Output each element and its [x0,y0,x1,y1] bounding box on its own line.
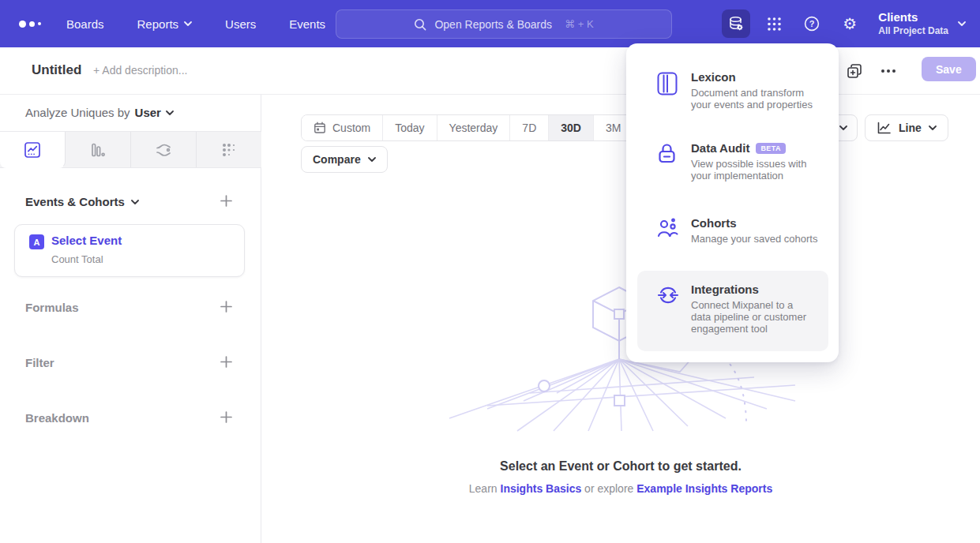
plus-icon [220,410,233,424]
top-nav: Boards Reports Users Events Open Reports… [0,0,980,47]
chevron-down-icon [166,110,174,115]
date-range-control: Custom Today Yesterday 7D 30D 3M 6M [301,114,674,141]
chevron-down-icon [131,200,139,204]
filter-label: Filter [25,356,54,369]
beta-badge: BETA [756,143,785,154]
chevron-down-icon [368,157,376,162]
event-letter-badge: A [29,234,44,249]
add-breakdown-button[interactable] [220,410,233,424]
data-audit-lock-icon [657,143,678,165]
compare-button[interactable]: Compare [301,146,388,173]
line-chart-tab-icon [23,140,42,159]
chevron-down-icon [184,21,192,26]
breakdown-label: Breakdown [25,411,89,425]
database-gear-icon [727,15,745,32]
nav-boards-label: Boards [66,17,104,31]
insights-basics-link[interactable]: Insights Basics [501,482,582,495]
calendar-icon [314,122,326,134]
range-30d[interactable]: 30D [549,115,594,140]
formulas-label: Formulas [25,301,79,314]
duplicate-report-button[interactable] [843,60,865,82]
empty-state-subtitle: Learn Insights Basics or explore Example… [261,482,980,495]
report-description-input[interactable]: + Add description... [93,64,187,77]
nav-events[interactable]: Events [289,17,325,31]
events-cohorts-header[interactable]: Events & Cohorts [25,195,139,208]
apps-grid-button[interactable] [760,9,788,38]
tab-retention[interactable] [197,132,261,167]
nav-reports-label: Reports [137,17,179,31]
cohorts-users-icon [657,218,678,238]
nav-reports[interactable]: Reports [137,17,193,31]
settings-button[interactable]: ⚙ [835,9,864,38]
bar-chart-tab-icon [88,140,107,159]
tab-insights[interactable] [0,132,66,168]
top-nav-right: ? ⚙ Clients All Project Data [722,0,966,47]
lexicon-book-icon [657,72,678,95]
data-management-menu: Lexicon Document and transform your even… [626,43,839,362]
data-management-button[interactable] [722,9,750,38]
primary-nav: Boards Reports Users Events [66,0,325,47]
query-sidebar: Analyze Uniques by User [0,95,261,543]
report-canvas: Custom Today Yesterday 7D 30D 3M 6M Comp… [261,95,980,543]
search-input[interactable]: Open Reports & Boards ⌘ + K [336,9,672,39]
nav-users-label: Users [225,17,256,31]
range-today[interactable]: Today [383,115,437,140]
nav-boards[interactable]: Boards [66,17,104,31]
chart-type-dropdown[interactable]: Line [865,114,948,141]
plus-icon [220,194,233,208]
nav-events-label: Events [289,17,325,31]
menu-item-data-audit[interactable]: Data Audit BETA View possible issues wit… [626,141,839,182]
menu-item-integrations[interactable]: Integrations Connect Mixpanel to a data … [637,271,828,351]
more-options-button[interactable] [877,60,900,82]
add-event-button[interactable] [220,194,233,208]
help-button[interactable]: ? [798,9,826,38]
question-icon: ? [803,15,820,32]
range-yesterday[interactable]: Yesterday [437,115,511,140]
analyze-label: Analyze Uniques by [25,106,130,119]
select-event-card[interactable]: A Select Event Count Total [14,224,245,277]
plus-icon [220,355,233,369]
mixpanel-logo[interactable] [19,0,41,47]
ellipsis-icon [881,69,884,73]
chevron-down-icon [958,21,966,26]
gear-icon: ⚙ [843,16,857,32]
menu-item-cohorts[interactable]: Cohorts Manage your saved cohorts [626,216,839,245]
line-chart-icon [877,122,892,135]
save-button[interactable]: Save [922,57,976,81]
project-switcher[interactable]: Clients All Project Data [878,10,966,37]
empty-state-title: Select an Event or Cohort to get started… [261,459,980,474]
event-metric-label[interactable]: Count Total [51,253,103,265]
tab-flows[interactable] [131,132,197,167]
nav-users[interactable]: Users [225,17,256,31]
menu-item-lexicon[interactable]: Lexicon Document and transform your even… [626,70,839,110]
example-reports-link[interactable]: Example Insights Reports [636,482,772,495]
range-custom[interactable]: Custom [302,115,383,140]
analyze-value-dropdown[interactable]: User [135,106,174,119]
range-7d[interactable]: 7D [510,115,549,140]
grid-dots-icon [767,17,782,32]
retention-tab-icon [220,140,238,159]
analyze-uniques-row: Analyze Uniques by User [25,106,174,119]
select-event-label: Select Event [51,234,122,247]
account-org: Clients [878,10,948,25]
plus-icon [220,300,233,313]
add-formula-button[interactable] [220,300,233,313]
tab-bar[interactable] [66,132,131,167]
search-shortcut: ⌘ + K [565,18,594,30]
chevron-down-icon [839,125,847,130]
flows-tab-icon [154,140,173,159]
integrations-sync-icon [657,284,679,306]
chevron-down-icon [929,125,937,130]
search-icon [414,18,426,31]
account-project: All Project Data [878,25,948,37]
search-placeholder: Open Reports & Boards [434,18,552,31]
report-type-tabs [0,131,261,168]
report-title[interactable]: Untitled [32,62,81,78]
add-filter-button[interactable] [220,355,233,369]
svg-text:?: ? [809,19,815,28]
duplicate-icon [846,62,863,80]
